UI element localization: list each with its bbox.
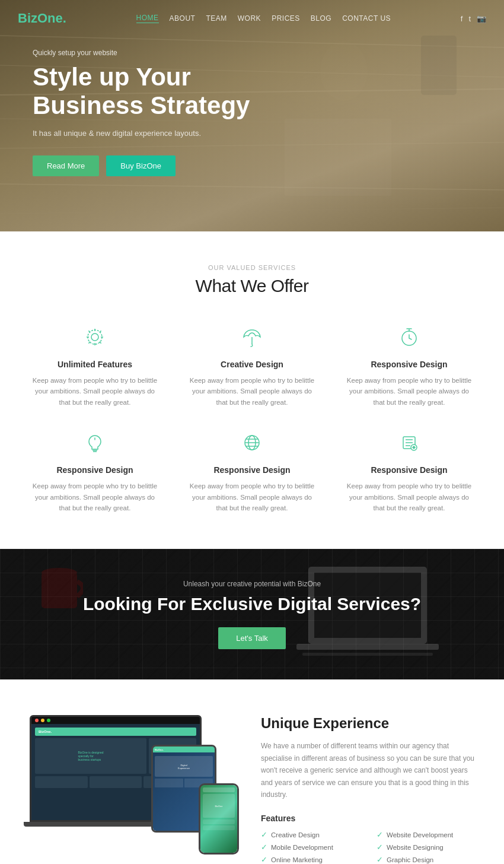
service-title-1: Unlimited Features [30,360,160,369]
hero-description: It has all unique & new digital experien… [33,129,504,138]
nav-team[interactable]: TEAM [206,14,227,23]
unique-description: We have a number of different teams with… [261,740,480,801]
social-facebook[interactable]: f [461,14,463,23]
feature-website-designing: ✓ Website Designing [377,843,480,852]
service-unlimited-features: Unlimited Features Keep away from people… [24,323,166,408]
cta-title: Looking For Exclusive Digital Services? [83,594,421,614]
service-responsive-design-4: Responsive Design Keep away from people … [338,428,480,513]
svg-rect-34 [42,573,77,608]
service-responsive-design-2: Responsive Design Keep away from people … [24,428,166,513]
features-label: Features [261,814,480,823]
service-desc-5: Keep away from people who try to belittl… [187,481,317,513]
social-instagram[interactable]: 📷 [477,14,486,23]
unique-title: Unique Experience [261,715,480,732]
check-icon: ✓ [377,843,383,852]
hero-buttons: Read More Buy BizOne [33,155,504,176]
globe-icon [238,428,266,457]
hero-content: Quickly setup your website Style up Your… [0,26,504,176]
check-icon: ✓ [377,830,383,839]
logo-dot: . [63,11,66,26]
service-title-6: Responsive Design [344,465,474,475]
feature-creative-design: ✓ Creative Design [261,830,365,839]
unique-content: Unique Experience We have a number of di… [261,715,480,864]
hero-section: BizOne. HOME ABOUT TEAM WORK PRICES BLOG… [0,0,504,231]
gear-icon [81,323,109,351]
device-mockup: BizOne. BizOne is designedspecially forb… [24,715,237,864]
service-creative-design: Creative Design Keep away from people wh… [181,323,323,408]
service-responsive-design-1: Responsive Design Keep away from people … [338,323,480,408]
service-responsive-design-3: Responsive Design Keep away from people … [181,428,323,513]
check-icon: ✓ [261,843,267,852]
svg-point-11 [91,333,98,341]
service-desc-2: Keep away from people who try to belittl… [187,375,317,408]
nav-about[interactable]: ABOUT [170,14,196,23]
logo: BizOne. [18,11,66,26]
nav-prices[interactable]: PRICES [272,14,300,23]
service-desc-3: Keep away from people who try to belittl… [344,375,474,408]
check-icon: ✓ [377,855,383,864]
check-icon: ✓ [261,830,267,839]
umbrella-icon [238,323,266,351]
logo-text: BizOne [18,11,63,26]
service-title-5: Responsive Design [187,465,317,475]
services-label: Our Valued Services [24,264,480,271]
nav-contact[interactable]: CONTACT US [342,14,391,23]
pencil-icon [395,428,423,457]
svg-line-6 [0,208,504,214]
service-title-2: Creative Design [187,360,317,369]
features-grid: ✓ Creative Design ✓ Website Development … [261,830,480,864]
service-desc-6: Keep away from people who try to belittl… [344,481,474,513]
service-title-4: Responsive Design [30,465,160,475]
social-twitter[interactable]: t [468,14,471,23]
buy-bizone-button[interactable]: Buy BizOne [106,155,176,176]
service-desc-1: Keep away from people who try to belittl… [30,375,160,408]
unique-section: BizOne. BizOne is designedspecially forb… [0,679,504,864]
feature-online-marketing: ✓ Online Marketing [261,855,365,864]
svg-rect-30 [296,644,439,650]
cta-banner: Unleash your creative potential with Biz… [0,549,504,679]
nav-links: HOME ABOUT TEAM WORK PRICES BLOG CONTACT… [136,14,391,23]
services-grid: Unlimited Features Keep away from people… [24,323,480,513]
hero-title: Style up Your Business Strategy [33,63,504,120]
services-title: What We Offer [24,276,480,296]
check-icon: ✓ [261,855,267,864]
social-links: f t 📷 [461,14,486,23]
feature-mobile-dev: ✓ Mobile Development [261,843,365,852]
navigation: BizOne. HOME ABOUT TEAM WORK PRICES BLOG… [0,0,504,26]
cta-subtitle: Unleash your creative potential with Biz… [183,580,321,588]
phone: BizOne [199,783,239,855]
service-title-3: Responsive Design [344,360,474,369]
nav-home[interactable]: HOME [136,14,159,23]
nav-blog[interactable]: BLOG [311,14,331,23]
service-desc-4: Keep away from people who try to belittl… [30,481,160,513]
clock-icon [395,323,423,351]
bulb-icon [81,428,109,457]
feature-website-dev: ✓ Website Development [377,830,480,839]
feature-graphic-design-2: ✓ Graphic Design [377,855,480,864]
lets-talk-button[interactable]: Let's Talk [218,627,286,649]
svg-line-5 [0,184,504,190]
read-more-button[interactable]: Read More [33,155,99,176]
hero-subtitle: Quickly setup your website [33,49,504,57]
nav-work[interactable]: WORK [238,14,261,23]
services-section: Our Valued Services What We Offer Unlimi… [0,231,504,549]
svg-rect-32 [302,653,433,656]
